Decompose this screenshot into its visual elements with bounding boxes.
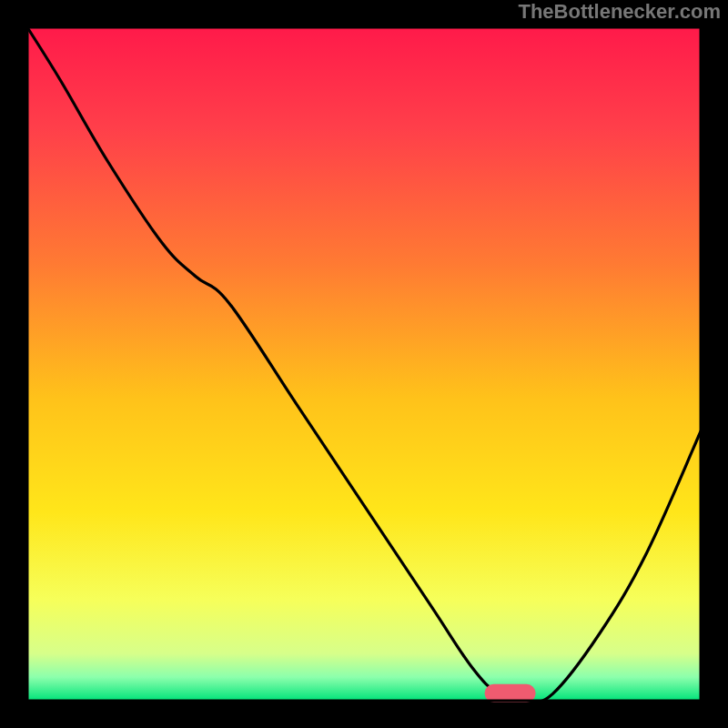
chart-container: { "attribution": "TheBottlenecker.com", … [0,0,728,728]
plot-background [27,27,701,701]
attribution-text: TheBottlenecker.com [518,0,721,24]
bottleneck-chart [0,0,728,728]
